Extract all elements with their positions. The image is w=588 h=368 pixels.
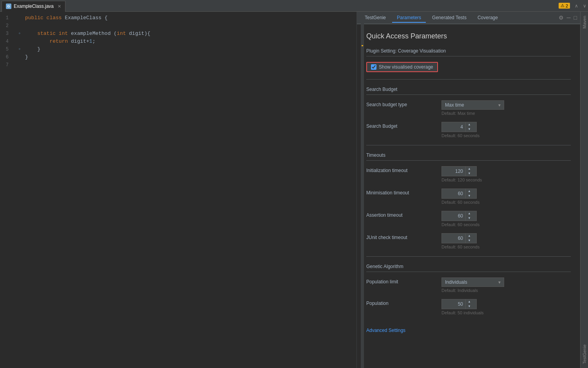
code-line-5: } [25, 45, 356, 53]
population-row: Population ▲ ▼ Default: 50 individuals [366, 299, 571, 315]
brace: } [37, 45, 40, 53]
advanced-settings-link[interactable]: Advanced Settings [366, 328, 405, 333]
junit-timeout-label: JUnit check timeout [366, 233, 437, 240]
assertion-timeout-buttons: ▲ ▼ [465, 211, 473, 221]
min-timeout-down[interactable]: ▼ [466, 194, 473, 198]
junit-timeout-input[interactable] [442, 234, 465, 243]
operator: + [86, 38, 89, 45]
maximize-icon[interactable]: □ [574, 15, 577, 21]
line-num-2: 2 [0, 22, 12, 30]
init-timeout-down[interactable]: ▼ [466, 171, 473, 176]
divider-3 [366, 256, 571, 257]
budget-type-select[interactable]: Max time Iterations Time delta [442, 101, 495, 109]
population-buttons: ▲ ▼ [465, 299, 473, 309]
keyword: static [37, 30, 59, 38]
minimize-icon[interactable]: ─ [567, 15, 571, 21]
population-limit-dropdown-wrapper[interactable]: Individuals Tests Statements ▼ [441, 277, 504, 287]
assertion-timeout-input[interactable] [442, 212, 465, 220]
min-timeout-buttons: ▲ ▼ [465, 189, 473, 198]
gutter-6 [16, 53, 24, 61]
code-line-2 [25, 22, 356, 30]
punctuation: { [101, 14, 108, 22]
tab-parameters[interactable]: Parameters [392, 13, 426, 23]
coverage-param-row: Show visualised coverage [366, 62, 571, 72]
junit-timeout-up[interactable]: ▲ [466, 234, 473, 238]
param: digit [129, 30, 144, 38]
expand-icon[interactable]: ∨ [583, 3, 586, 9]
min-timeout-spinner[interactable]: ▲ ▼ [441, 189, 477, 199]
gutter-5[interactable]: ◦ [16, 45, 24, 53]
init-timeout-spinner[interactable]: ▲ ▼ [441, 166, 477, 176]
code-editor[interactable]: 1 2 3 4 5 6 7 ◦ ◦ public class ExampleCl… [0, 12, 357, 368]
junit-timeout-default: Default: 60 seconds [441, 245, 571, 249]
tab-testgenie[interactable]: TestGenie [360, 13, 391, 23]
indent [25, 45, 37, 53]
gutter-3[interactable]: ◦ [16, 30, 24, 38]
code-line-3: static int exampleMethod (int digit){ [25, 30, 356, 38]
keyword: int [59, 30, 71, 38]
population-input[interactable] [442, 300, 465, 308]
init-timeout-up[interactable]: ▲ [466, 167, 473, 171]
junit-timeout-down[interactable]: ▼ [466, 238, 473, 243]
assertion-timeout-row: Assertion timeout ▲ ▼ Default: 60 second… [366, 211, 571, 227]
line-num-7: 7 [0, 61, 12, 69]
min-timeout-label: Minimisation timeout [366, 189, 437, 196]
right-panel: TestGenie Parameters Generated Tests Cov… [357, 12, 580, 368]
budget-value-row: Search Budget ▲ ▼ Default: 60 seconds [366, 122, 571, 138]
min-timeout-input[interactable] [442, 189, 465, 198]
budget-spinner-buttons: ▲ ▼ [465, 122, 473, 132]
divider-2 [366, 145, 571, 145]
close-tab-button[interactable]: ✕ [58, 4, 61, 9]
main-area: 1 2 3 4 5 6 7 ◦ ◦ public class ExampleCl… [0, 12, 588, 368]
coverage-section-header: Plugin Setting: Coverage Visualisation [366, 48, 571, 56]
junit-timeout-spinner[interactable]: ▲ ▼ [441, 233, 477, 243]
population-control: ▲ ▼ Default: 50 individuals [441, 299, 571, 315]
population-spinner[interactable]: ▲ ▼ [441, 299, 477, 309]
line-num-4: 4 [0, 38, 12, 45]
line-num-5: 5 [0, 45, 12, 53]
budget-up-button[interactable]: ▲ [466, 122, 473, 127]
genetic-section-header: Genetic Algorithm [366, 264, 571, 272]
init-timeout-buttons: ▲ ▼ [465, 167, 473, 176]
settings-icon[interactable]: ⚙ [559, 15, 564, 21]
keyword: public [25, 14, 47, 22]
budget-type-label: Search budget type [366, 100, 437, 107]
population-limit-row: Population limit Individuals Tests State… [366, 277, 571, 293]
assertion-timeout-up[interactable]: ▲ [466, 211, 473, 216]
min-timeout-up[interactable]: ▲ [466, 189, 473, 194]
keyword: return [49, 38, 71, 45]
plugin-tabs: TestGenie Parameters Generated Tests Cov… [357, 12, 580, 24]
budget-input[interactable] [442, 123, 465, 131]
init-timeout-input[interactable] [442, 167, 465, 176]
population-limit-select[interactable]: Individuals Tests Statements [442, 278, 495, 286]
population-limit-default: Default: Individuals [441, 288, 571, 293]
divider-1 [366, 79, 571, 80]
assertion-timeout-down[interactable]: ▼ [466, 216, 473, 221]
file-tab[interactable]: G ExampleClass.java ✕ [2, 1, 65, 12]
punctuation: ){ [144, 30, 150, 38]
panel-content[interactable]: Quick Access Parameters Plugin Setting: … [357, 24, 580, 368]
testgenie-side-label[interactable]: TestGenie [582, 344, 587, 364]
tab-generated-tests[interactable]: Generated Tests [427, 13, 471, 23]
code-line-7 [25, 61, 356, 69]
budget-type-dropdown-wrapper[interactable]: Max time Iterations Time delta ▼ [441, 100, 504, 110]
collapse-icon[interactable]: ∧ [575, 3, 578, 9]
budget-down-button[interactable]: ▼ [466, 127, 473, 132]
show-coverage-checkbox-wrapper[interactable]: Show visualised coverage [366, 62, 438, 72]
line-num-6: 6 [0, 53, 12, 61]
show-coverage-label: Show visualised coverage [379, 64, 433, 70]
budget-spinner-wrapper[interactable]: ▲ ▼ [441, 122, 477, 132]
semicolon: ; [92, 38, 96, 45]
show-coverage-checkbox[interactable] [371, 64, 376, 70]
class-name: ExampleClass [65, 14, 101, 22]
population-label: Population [366, 299, 437, 306]
assertion-timeout-spinner[interactable]: ▲ ▼ [441, 211, 477, 221]
population-up[interactable]: ▲ [466, 299, 473, 304]
population-default: Default: 50 individuals [441, 310, 571, 315]
code-lines[interactable]: public class ExampleClass { static int e… [24, 13, 356, 366]
population-down[interactable]: ▼ [466, 304, 473, 309]
maven-side-label[interactable]: Maven [582, 16, 587, 29]
warning-count: 2 [566, 4, 568, 8]
panel-title: Quick Access Parameters [366, 32, 571, 40]
tab-coverage[interactable]: Coverage [473, 13, 503, 23]
